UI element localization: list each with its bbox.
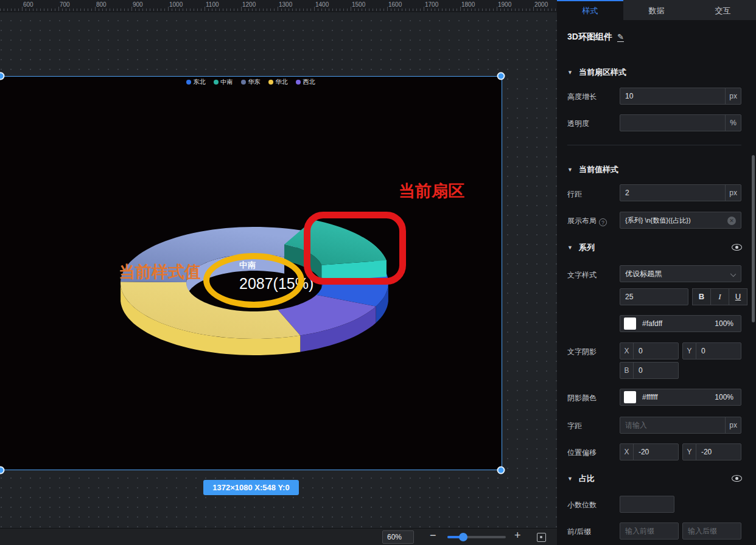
ruler-tick [4, 9, 4, 11]
canvas-component-3d-donut[interactable]: 东北中南华东华北西北 中南 2087(15%) 当前扇区 当前样式值 [0, 76, 502, 470]
letter-spacing-input[interactable] [620, 421, 725, 429]
opacity-field: % [620, 114, 741, 131]
ruler-tick [511, 9, 512, 11]
help-icon[interactable]: ? [599, 218, 607, 226]
font-family-select[interactable] [620, 265, 741, 282]
zoom-out-button[interactable]: − [430, 529, 436, 542]
ruler-tick [73, 9, 74, 11]
font-color-field[interactable]: #fafdff 100% [620, 315, 741, 332]
ruler-tick [168, 7, 169, 11]
line-spacing-unit: px [725, 185, 741, 201]
offset-x-input[interactable] [634, 448, 678, 456]
selection-handle-bottom-right[interactable] [497, 467, 505, 474]
color-swatch[interactable] [624, 391, 636, 403]
annotation-ellipse [203, 253, 304, 308]
legend-dot [268, 80, 273, 85]
ruler-tick [278, 7, 278, 11]
bold-button[interactable]: B [692, 288, 711, 305]
zoom-slider-handle[interactable] [459, 533, 467, 541]
horizontal-ruler: 6007008009001000110012001300140015001600… [0, 0, 557, 12]
font-family-value[interactable] [620, 269, 741, 278]
ruler-tick [424, 7, 424, 11]
height-growth-label: 高度增长 [567, 92, 597, 102]
eye-visibility-icon[interactable] [732, 475, 742, 482]
collapse-icon[interactable]: ▼ [567, 245, 573, 251]
font-size-input[interactable] [620, 293, 688, 301]
tab-style[interactable]: 样式 [557, 0, 623, 20]
canvas-footer-bar: − + [0, 528, 557, 545]
suffix-input[interactable] [683, 527, 741, 535]
tab-data[interactable]: 数据 [623, 0, 690, 20]
ruler-tick [530, 9, 530, 11]
decimal-places-input[interactable] [620, 500, 674, 509]
ruler-tick [117, 9, 117, 11]
underline-button[interactable]: U [729, 288, 747, 305]
legend-item-华东[interactable]: 华东 [241, 78, 261, 86]
italic-button[interactable]: I [710, 288, 729, 305]
color-swatch[interactable] [624, 318, 636, 330]
ruler-tick [172, 9, 172, 11]
ruler-tick [475, 9, 475, 11]
legend-item-西北[interactable]: 西北 [296, 78, 315, 86]
chart-legend: 东北中南华东华北西北 [0, 78, 502, 86]
line-spacing-input[interactable] [620, 189, 725, 197]
ruler-label: 600 [23, 1, 33, 8]
zoom-slider[interactable] [447, 536, 506, 538]
selection-handle-top-right[interactable] [497, 72, 505, 80]
section-ratio[interactable]: ▼占比 [567, 473, 595, 484]
zoom-level-input[interactable] [382, 530, 414, 544]
color-alpha-value: 100% [715, 319, 733, 328]
section-sector-style[interactable]: ▼当前扇区样式 [567, 67, 626, 78]
ruler-label: 1500 [352, 1, 365, 8]
legend-item-东北[interactable]: 东北 [186, 78, 206, 86]
shadow-blur-input[interactable] [634, 366, 678, 375]
line-spacing-field: px [620, 184, 741, 201]
section-divider [567, 145, 741, 145]
ruler-tick [77, 9, 77, 11]
ruler-tick [102, 9, 103, 11]
offset-y-input[interactable] [696, 448, 741, 456]
ruler-tick [175, 9, 176, 11]
ruler-tick [223, 9, 223, 11]
ruler-tick [179, 9, 180, 11]
zoom-in-button[interactable]: + [514, 529, 521, 542]
ruler-tick [11, 9, 12, 11]
ruler-tick [139, 9, 139, 11]
line-spacing-label: 行距 [567, 189, 582, 200]
opacity-input[interactable] [620, 119, 725, 127]
edit-title-icon[interactable]: ✎ [617, 32, 624, 42]
collapse-icon[interactable]: ▼ [567, 167, 573, 173]
ruler-tick [340, 9, 340, 11]
display-layout-input[interactable] [620, 217, 741, 224]
section-series[interactable]: ▼系列 [567, 242, 595, 253]
eye-visibility-icon[interactable] [732, 244, 742, 251]
shadow-color-field[interactable]: #ffffff 100% [620, 389, 741, 406]
ruler-tick [555, 9, 556, 11]
ruler-label: 1000 [169, 1, 183, 8]
clear-input-icon[interactable]: ✕ [727, 217, 736, 225]
legend-item-中南[interactable]: 中南 [214, 78, 233, 86]
collapse-icon[interactable]: ▼ [567, 476, 573, 482]
ruler-label: 1800 [461, 1, 475, 8]
section-value-style[interactable]: ▼当前值样式 [567, 164, 618, 175]
shadow-blur-field: B [620, 362, 679, 379]
ruler-tick [285, 9, 285, 11]
legend-item-华北[interactable]: 华北 [268, 78, 288, 86]
legend-label: 华东 [248, 78, 261, 86]
selection-handle-bottom-left[interactable] [0, 467, 5, 474]
tab-interaction[interactable]: 交互 [690, 0, 756, 20]
ruler-tick [336, 9, 337, 11]
prefix-input[interactable] [620, 527, 678, 535]
ruler-tick [208, 9, 209, 11]
ruler-tick [212, 9, 212, 11]
ruler-tick [33, 9, 33, 11]
shadow-x-input[interactable] [634, 347, 678, 355]
panel-scrollbar[interactable] [752, 155, 755, 322]
collapse-icon[interactable]: ▼ [567, 69, 573, 75]
ruler-tick [358, 9, 359, 11]
height-growth-input[interactable] [620, 92, 725, 100]
workspace-canvas[interactable]: 6007008009001000110012001300140015001600… [0, 0, 557, 545]
ruler-tick [515, 9, 516, 11]
fit-to-screen-icon[interactable] [537, 533, 546, 542]
shadow-y-input[interactable] [696, 347, 741, 355]
